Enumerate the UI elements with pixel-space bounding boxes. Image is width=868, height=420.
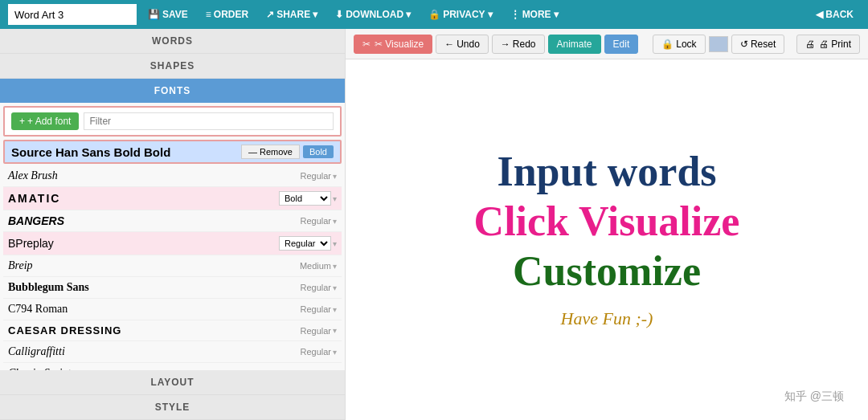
fonts-section-header[interactable]: FONTS [0,79,345,103]
weight-chevron: ▾ [333,194,337,203]
font-weight-select[interactable]: Bold Regular [279,191,331,206]
list-item[interactable]: BPreplay Regular Bold ▾ [3,232,342,255]
font-weight-label: Medium [300,261,331,271]
scissors-icon: ✂ [362,39,371,50]
font-name-label: BPreplay [8,237,279,250]
weight-chevron: ▾ [333,262,337,271]
font-name-label: AMATIC [8,192,279,205]
list-item[interactable]: Chopin Script Medium ▾ [3,363,342,370]
title-input[interactable] [8,4,137,25]
watermark: 知乎 @三顿 [784,389,844,404]
font-weight-select[interactable]: Regular Bold [279,236,331,251]
save-icon: 💾 [148,9,160,20]
canvas-area: Input words Click Visualize Customize Ha… [346,59,868,420]
font-name-label: C794 Roman [8,303,300,316]
canvas-line-1: Input words [497,151,716,193]
font-name-label: Breip [8,259,300,272]
shapes-section-header[interactable]: SHAPES [0,54,345,79]
share-chevron: ▾ [313,9,317,20]
list-item[interactable]: CAESAR DRESSING Regular ▾ [3,320,342,341]
weight-chevron: ▾ [333,348,337,357]
weight-chevron: ▾ [333,172,337,181]
top-navigation: 💾 SAVE ≡ ORDER ↗ SHARE ▾ ⬇ DOWNLOAD ▾ 🔒 … [0,0,868,29]
font-name-label: BANGERS [8,214,300,227]
weight-chevron: ▾ [333,239,337,248]
fonts-section: FONTS + + Add font Source Han Sans Bold … [0,79,345,370]
font-weight-label: Regular [300,283,331,292]
redo-button[interactable]: → Redo [492,35,545,54]
print-icon: 🖨 [805,39,815,50]
font-weight-label: Regular [300,347,331,357]
color-swatch[interactable] [709,36,728,52]
selected-font-row: Source Han Sans Bold Bold — Remove Bold [3,140,342,164]
fonts-toolbar: + + Add font [3,106,342,137]
privacy-icon: 🔒 [428,9,440,20]
font-weight-label: Regular [300,304,331,314]
undo-button[interactable]: ← Undo [436,35,489,54]
lock-button[interactable]: 🔒 Lock [653,35,705,54]
main-layout: WORDS SHAPES FONTS + + Add font Source H… [0,29,868,420]
reset-icon: ↺ [740,39,748,50]
more-chevron: ▾ [554,9,559,20]
toolbar: ✂ ✂ Visualize ← Undo → Redo Animate Edit… [346,29,868,59]
share-icon: ↗ [266,9,274,20]
download-chevron: ▾ [406,9,411,20]
words-section-header[interactable]: WORDS [0,29,345,54]
style-section-header[interactable]: STYLE [0,395,345,420]
privacy-button[interactable]: 🔒 PRIVACY ▾ [422,6,498,23]
list-item[interactable]: C794 Roman Regular ▾ [3,299,342,320]
lock-icon: 🔒 [661,39,674,50]
back-icon: ◀ [816,9,823,20]
weight-chevron: ▾ [333,283,337,292]
list-item[interactable]: Breip Medium ▾ [3,255,342,277]
weight-chevron: ▾ [333,305,337,314]
redo-icon: → [501,39,510,50]
list-item[interactable]: Alex Brush Regular ▾ [3,165,342,187]
back-button[interactable]: ◀ BACK [809,6,860,23]
more-icon: ⋮ [510,9,520,20]
download-button[interactable]: ⬇ DOWNLOAD ▾ [329,6,417,23]
list-item[interactable]: Bubblegum Sans Regular ▾ [3,277,342,299]
canvas-line-2: Click Visualize [474,201,740,243]
selected-font-name: Source Han Sans Bold Bold [11,145,241,159]
privacy-chevron: ▾ [488,9,493,20]
remove-font-button[interactable]: — Remove [241,145,300,159]
font-style-badge: Bold [303,145,334,158]
print-button[interactable]: 🖨 🖨 Print [796,35,860,54]
content-area: ✂ ✂ Visualize ← Undo → Redo Animate Edit… [346,29,868,420]
font-weight-label: Regular [300,216,331,226]
font-name-label: Calligraffitti [8,345,300,358]
reset-button[interactable]: ↺ Reset [731,35,785,54]
share-button[interactable]: ↗ SHARE ▾ [260,6,324,23]
weight-chevron: ▾ [333,326,337,335]
order-button[interactable]: ≡ ORDER [199,6,255,23]
visualize-button[interactable]: ✂ ✂ Visualize [354,35,432,54]
font-name-label: Alex Brush [8,169,300,182]
bottom-section-headers: LAYOUT STYLE [0,370,345,420]
weight-chevron: ▾ [333,217,337,226]
canvas-fun-text: Have Fun ;-) [561,308,653,329]
font-filter-input[interactable] [84,112,334,130]
animate-button[interactable]: Animate [548,35,601,54]
order-icon: ≡ [206,9,211,20]
undo-icon: ← [444,39,454,50]
download-icon: ⬇ [335,9,343,20]
list-item[interactable]: AMATIC Bold Regular ▾ [3,187,342,210]
sidebar: WORDS SHAPES FONTS + + Add font Source H… [0,29,346,420]
font-name-label: CAESAR DRESSING [8,324,300,336]
font-list: Alex Brush Regular ▾ AMATIC Bold Regular… [0,165,345,370]
list-item[interactable]: BANGERS Regular ▾ [3,210,342,232]
layout-section-header[interactable]: LAYOUT [0,370,345,395]
font-weight-label: Regular [300,326,331,336]
add-icon: + [19,116,25,127]
add-font-button[interactable]: + + Add font [11,112,79,130]
edit-button[interactable]: Edit [604,35,639,54]
canvas-line-3: Customize [513,251,701,292]
font-name-label: Bubblegum Sans [8,281,300,294]
font-weight-label: Regular [300,171,331,181]
list-item[interactable]: Calligraffitti Regular ▾ [3,341,342,363]
more-button[interactable]: ⋮ MORE ▾ [504,6,565,23]
save-button[interactable]: 💾 SAVE [141,6,194,23]
